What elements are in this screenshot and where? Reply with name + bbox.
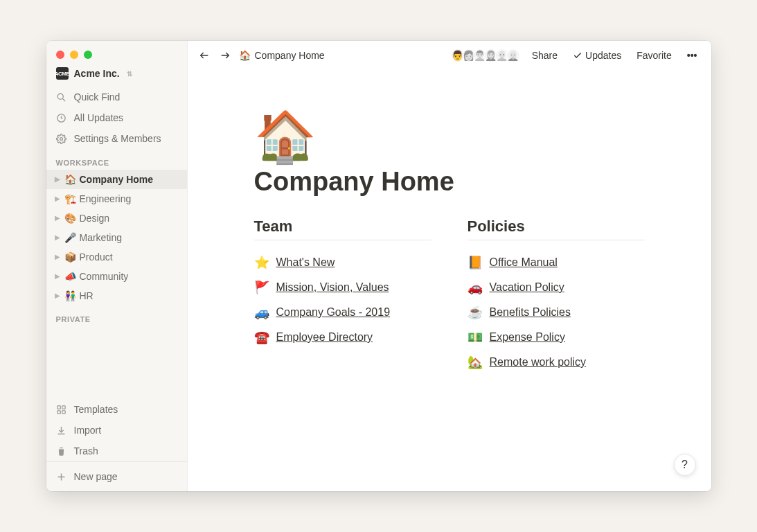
sidebar-page-design[interactable]: ▶🎨Design bbox=[46, 209, 187, 228]
nav-back-button[interactable] bbox=[197, 48, 211, 62]
link-emoji-icon: 🚩 bbox=[254, 278, 269, 297]
updates-label: Updates bbox=[585, 50, 621, 61]
quick-find-button[interactable]: Quick Find bbox=[46, 87, 187, 107]
sidebar-page-company-home[interactable]: ▶🏠Company Home bbox=[46, 170, 187, 189]
topbar: 🏠 Company Home 👨👩👨‍🦱👩‍🦰👨‍🦲👩‍🦳 Share Upda… bbox=[188, 41, 711, 70]
sidebar-page-label: Community bbox=[80, 269, 129, 284]
svg-rect-7 bbox=[62, 410, 64, 413]
caret-right-icon[interactable]: ▶ bbox=[53, 288, 62, 303]
caret-right-icon[interactable]: ▶ bbox=[53, 211, 62, 226]
more-menu-button[interactable]: ••• bbox=[683, 48, 702, 62]
page-emoji-icon: 📦 bbox=[64, 249, 77, 265]
all-updates-button[interactable]: All Updates bbox=[46, 107, 187, 128]
help-button[interactable]: ? bbox=[674, 454, 696, 476]
link-emoji-icon: 💵 bbox=[467, 328, 483, 347]
workspace-switcher[interactable]: ACME Acme Inc. ⇅ bbox=[46, 64, 187, 87]
page-link[interactable]: 🚙Company Goals - 2019 bbox=[254, 300, 431, 325]
content-columns: Team⭐What's New🚩Mission, Vision, Values🚙… bbox=[254, 218, 645, 375]
page-link[interactable]: ☕Benefits Policies bbox=[467, 300, 645, 325]
column-heading[interactable]: Team bbox=[254, 218, 431, 240]
page-link-label: Company Goals - 2019 bbox=[276, 303, 391, 322]
sidebar-page-label: HR bbox=[80, 288, 93, 303]
settings-members-button[interactable]: Settings & Members bbox=[46, 128, 187, 149]
page-link-label: Benefits Policies bbox=[490, 303, 571, 322]
page-link[interactable]: 📙Office Manual bbox=[467, 250, 645, 275]
page-emoji-icon: 🏠 bbox=[64, 172, 77, 187]
page-link[interactable]: ☎️Employee Directory bbox=[254, 325, 431, 350]
link-emoji-icon: 🚙 bbox=[254, 303, 269, 322]
page-link[interactable]: ⭐What's New bbox=[254, 250, 431, 275]
sidebar-page-hr[interactable]: ▶👫HR bbox=[46, 286, 187, 305]
page-link-label: Office Manual bbox=[490, 253, 558, 272]
page-emoji-icon: 🏗️ bbox=[64, 191, 77, 206]
window-traffic-lights bbox=[46, 41, 187, 64]
search-icon bbox=[56, 92, 67, 103]
link-emoji-icon: ☎️ bbox=[254, 328, 269, 347]
page-link[interactable]: 🚩Mission, Vision, Values bbox=[254, 275, 431, 300]
import-button[interactable]: Import bbox=[46, 420, 187, 441]
workspace-logo: ACME bbox=[56, 67, 69, 80]
templates-button[interactable]: Templates bbox=[46, 399, 187, 420]
clock-icon bbox=[56, 113, 67, 123]
download-icon bbox=[56, 425, 67, 436]
sidebar-page-label: Marketing bbox=[80, 230, 122, 245]
caret-right-icon[interactable]: ▶ bbox=[53, 249, 62, 265]
sidebar-page-product[interactable]: ▶📦Product bbox=[46, 247, 187, 267]
caret-right-icon[interactable]: ▶ bbox=[53, 230, 62, 245]
import-label: Import bbox=[74, 423, 102, 438]
caret-right-icon[interactable]: ▶ bbox=[53, 269, 62, 284]
page-emoji-icon: 📣 bbox=[64, 269, 77, 284]
svg-rect-5 bbox=[62, 405, 64, 408]
page-link-label: Remote work policy bbox=[490, 353, 587, 372]
share-button[interactable]: Share bbox=[528, 48, 562, 62]
workspace-section-label: WORKSPACE bbox=[46, 149, 187, 170]
page-emoji-icon: 🎤 bbox=[64, 230, 77, 245]
page-title[interactable]: Company Home bbox=[254, 167, 645, 197]
close-window-button[interactable] bbox=[56, 51, 64, 59]
svg-line-1 bbox=[62, 98, 65, 101]
breadcrumb[interactable]: 🏠 Company Home bbox=[239, 50, 325, 61]
sidebar-page-label: Design bbox=[80, 211, 110, 226]
sidebar-page-label: Engineering bbox=[80, 191, 132, 206]
gear-icon bbox=[56, 134, 67, 144]
link-emoji-icon: 🚗 bbox=[467, 278, 483, 297]
sidebar: ACME Acme Inc. ⇅ Quick Find All Updates … bbox=[46, 41, 188, 491]
nav-forward-button[interactable] bbox=[218, 48, 232, 62]
page-emoji-icon: 👫 bbox=[64, 288, 77, 303]
link-emoji-icon: ☕ bbox=[467, 303, 483, 322]
page-link[interactable]: 💵Expense Policy bbox=[467, 325, 645, 350]
updates-button[interactable]: Updates bbox=[569, 48, 625, 62]
templates-icon bbox=[56, 405, 67, 415]
app-window: ACME Acme Inc. ⇅ Quick Find All Updates … bbox=[46, 41, 711, 491]
sidebar-page-marketing[interactable]: ▶🎤Marketing bbox=[46, 228, 187, 247]
maximize-window-button[interactable] bbox=[84, 51, 92, 59]
sidebar-page-community[interactable]: ▶📣Community bbox=[46, 267, 187, 286]
trash-icon bbox=[56, 446, 67, 456]
plus-icon bbox=[56, 472, 67, 482]
collaborator-avatars[interactable]: 👨👩👨‍🦱👩‍🦰👨‍🦲👩‍🦳 bbox=[450, 48, 521, 63]
all-updates-label: All Updates bbox=[74, 110, 124, 125]
trash-button[interactable]: Trash bbox=[46, 441, 187, 461]
page-emoji[interactable]: 🏠 bbox=[254, 112, 645, 161]
favorite-button[interactable]: Favorite bbox=[632, 48, 676, 62]
new-page-button[interactable]: New page bbox=[46, 462, 187, 491]
breadcrumb-label: Company Home bbox=[255, 50, 325, 61]
column-heading[interactable]: Policies bbox=[467, 218, 645, 240]
minimize-window-button[interactable] bbox=[70, 51, 78, 59]
page-link-label: Expense Policy bbox=[490, 328, 565, 347]
sidebar-page-engineering[interactable]: ▶🏗️Engineering bbox=[46, 189, 187, 209]
page-link-label: What's New bbox=[276, 253, 335, 272]
page-link[interactable]: 🚗Vacation Policy bbox=[467, 275, 645, 300]
caret-right-icon[interactable]: ▶ bbox=[53, 191, 62, 206]
page-emoji-icon: 🎨 bbox=[64, 211, 77, 226]
page-content: 🏠 Company Home Team⭐What's New🚩Mission, … bbox=[188, 70, 711, 491]
svg-rect-6 bbox=[57, 410, 60, 413]
main-panel: 🏠 Company Home 👨👩👨‍🦱👩‍🦰👨‍🦲👩‍🦳 Share Upda… bbox=[188, 41, 711, 491]
caret-right-icon[interactable]: ▶ bbox=[53, 172, 62, 187]
settings-label: Settings & Members bbox=[74, 131, 161, 146]
sidebar-page-label: Product bbox=[80, 249, 113, 265]
page-link-label: Mission, Vision, Values bbox=[276, 278, 389, 297]
link-emoji-icon: 🏡 bbox=[467, 353, 483, 372]
avatar[interactable]: 👩‍🦳 bbox=[506, 48, 521, 63]
page-link[interactable]: 🏡Remote work policy bbox=[467, 350, 645, 375]
